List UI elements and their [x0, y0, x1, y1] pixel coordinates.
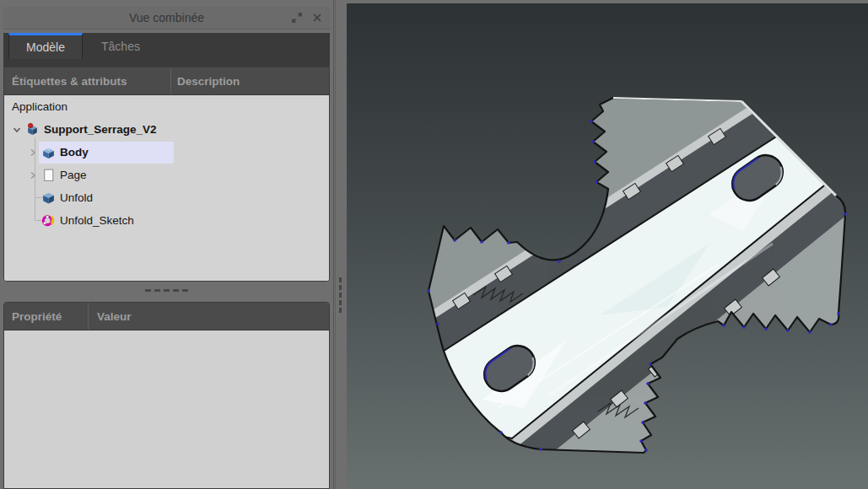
combo-view-tabbar: Modèle Tâches — [3, 33, 330, 67]
tab-taches[interactable]: Tâches — [83, 33, 159, 59]
property-panel: Propriété Valeur — [3, 302, 330, 489]
tree-root-label: Application — [12, 100, 67, 113]
expander-expanded[interactable] — [11, 124, 23, 136]
property-header-name: Propriété — [4, 303, 88, 330]
selected-row-highlight: Body — [39, 142, 174, 164]
close-panel-button[interactable] — [310, 10, 325, 25]
vertical-splitter[interactable] — [330, 0, 347, 489]
expander-collapsed[interactable] — [27, 147, 39, 159]
freecad-document-icon — [25, 122, 40, 137]
tab-modele[interactable]: Modèle — [8, 33, 83, 59]
property-body — [4, 330, 329, 489]
property-header-value: Valeur — [88, 303, 329, 330]
float-panel-button[interactable] — [289, 10, 305, 25]
tree-item-label: Body — [60, 146, 89, 159]
tree-row-page[interactable]: Page — [4, 164, 329, 186]
tree-item-label: Unfold — [60, 191, 93, 204]
tab-taches-label: Tâches — [101, 40, 140, 53]
freecad-window: { "window": { "title": "Vue combinée" },… — [0, 0, 868, 489]
model-tree-panel: Étiquettes & attributs Description Appli… — [3, 67, 330, 282]
splitter-handle — [339, 277, 342, 313]
tree-item-label: Page — [60, 169, 87, 181]
tree-item-label: Support_Serrage_V2 — [44, 123, 157, 136]
horizontal-splitter[interactable] — [3, 286, 330, 294]
close-icon — [311, 12, 323, 24]
page-icon — [41, 168, 56, 182]
tree-row-unfold-sketch[interactable]: Unfold_Sketch — [4, 209, 329, 232]
tree-row-document[interactable]: Support_Serrage_V2 — [4, 118, 329, 141]
chevron-right-icon — [28, 148, 38, 158]
property-header: Propriété Valeur — [4, 303, 329, 330]
tree-row-body[interactable]: Body — [4, 141, 329, 164]
tree-item-label: Unfold_Sketch — [60, 214, 134, 227]
panel-titlebar[interactable]: Vue combinée — [3, 7, 330, 30]
3d-viewport[interactable] — [347, 3, 868, 489]
tab-modele-label: Modèle — [26, 40, 65, 54]
tree-header-labels: Étiquettes & attributs — [4, 67, 170, 94]
chevron-down-icon — [12, 125, 22, 135]
restore-icon — [291, 12, 303, 24]
chevron-right-icon — [28, 170, 38, 180]
tree-header: Étiquettes & attributs Description — [4, 67, 329, 95]
panel-title: Vue combinée — [129, 11, 204, 24]
tree-body: Application Support_Serrage_V2 — [4, 95, 329, 282]
partdesign-body-icon — [41, 145, 56, 159]
tree-row-unfold[interactable]: Unfold — [4, 186, 329, 209]
tree-row-application[interactable]: Application — [4, 95, 329, 118]
viewport-container — [347, 3, 868, 489]
solid-cube-icon — [41, 191, 56, 205]
sketch-icon — [41, 213, 56, 228]
tree-header-description: Description — [170, 67, 329, 94]
expander-collapsed[interactable] — [27, 169, 39, 181]
